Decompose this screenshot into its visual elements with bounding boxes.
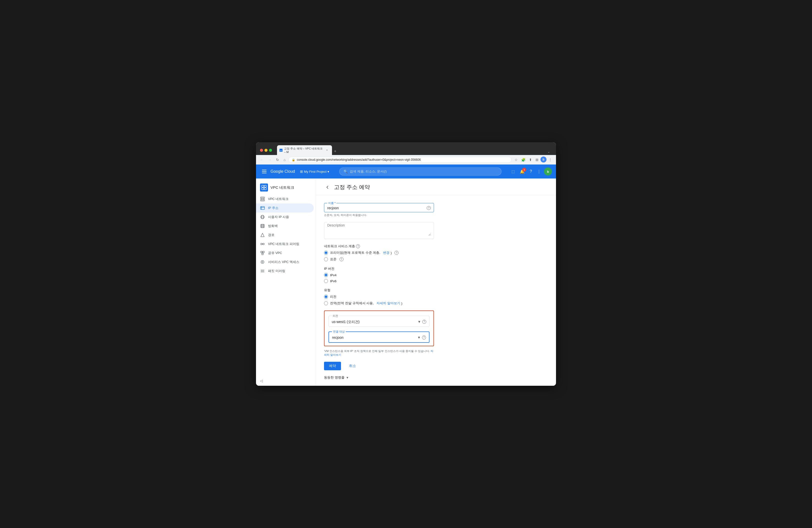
sidebar-item-vpc-network[interactable]: VPC 네트워크 [256,194,314,204]
lock-icon: 🔒 [292,158,295,161]
sidebar-collapse-button[interactable]: ◁ [260,379,263,383]
type-radio-group: 리전 전역(전역 전달 규칙에서 사용, 자세히 알아보기) [324,294,478,306]
notification-button[interactable]: 🔔 1 [518,167,527,176]
sidebar: VPC 네트워크 VPC 네트워크 IP 주소 [256,178,316,386]
minimize-window-button[interactable] [264,149,267,152]
sidebar-item-label-packet: 패킷 미러링 [268,269,285,273]
routes-icon [260,233,265,237]
ipv4-label: IPv4 [330,273,336,277]
ipv4-radio-item[interactable]: IPv4 [324,273,478,277]
regional-radio-item[interactable]: 리전 [324,294,478,299]
ip-version-radio-group: IPv4 IPv6 [324,273,478,283]
premium-radio-item[interactable]: 프리미엄(현재 프로젝트 수준 계층, 변경) ? [324,250,478,255]
close-window-button[interactable] [260,149,263,152]
new-tab-button[interactable]: + [332,147,338,155]
network-tier-help-icon[interactable]: ? [356,244,360,248]
svg-rect-8 [263,198,264,199]
region-help-icon[interactable]: ? [422,320,426,324]
attachment-fieldset: 연결 대상 recjoon ▾ ? [329,330,430,343]
search-bar[interactable]: 🔍 검색 제품, 리소스, 문서(/) [339,167,502,176]
premium-radio-input[interactable] [324,251,328,255]
description-input[interactable] [327,223,431,236]
search-placeholder-text: 검색 제품, 리소스, 문서(/) [350,169,497,174]
global-learn-more-link[interactable]: 자세히 알아보기 [377,301,400,306]
back-button[interactable] [324,184,331,191]
sidebar-item-user-ip[interactable]: 사용자 IP 사용 [256,212,314,221]
forward-button[interactable]: → [266,157,273,163]
name-help-icon[interactable]: ? [427,206,431,210]
equiv-dropdown-arrow[interactable]: ▾ [347,376,348,380]
sidebar-item-label-shared-vpc: 공유 VPC [268,251,282,255]
project-name-label: My First Project [304,170,327,174]
cancel-button[interactable]: 취소 [344,362,361,370]
sidebar-logo [260,184,268,191]
project-selector-button[interactable]: ⊞ My First Project ▾ [298,168,331,175]
attachment-help-icon[interactable]: ? [422,336,426,339]
ipv6-radio-item[interactable]: IPv6 [324,279,478,283]
tab-close-button[interactable]: × [325,148,329,152]
ipv6-label: IPv6 [330,279,336,283]
ipv6-radio-input[interactable] [324,279,328,283]
sidebar-item-service-vpc[interactable]: 서비리스 VPC 액세스 [256,258,314,266]
global-radio-input[interactable] [324,301,328,305]
screen-capture-button[interactable]: ⬆ [527,157,534,163]
google-cloud-logo[interactable]: Google Cloud [271,169,295,174]
standard-radio-item[interactable]: 표준 ? [324,257,478,262]
sidebar-item-label-ip: IP 주소 [268,206,278,210]
help-button[interactable]: ? [528,167,534,176]
home-button[interactable]: ⌂ [282,157,287,163]
extensions-button[interactable]: 🧩 [520,157,527,163]
browser-window: ☁ 고정 주소 예약 – VPC 네트워크 – M × + ⌄ ← → ↻ ⌂ … [256,142,556,386]
name-input[interactable] [327,206,427,210]
global-radio-item[interactable]: 전역(전역 전달 규칙에서 사용, 자세히 알아보기) [324,301,478,306]
reserve-button[interactable]: 예약 [324,362,341,370]
network-tier-group: 네트워크 서비스 계층 ? 프리미엄(현재 프로젝트 수준 계층, 변경) ? [324,244,478,262]
desc-form-group [324,222,478,239]
user-avatar-button[interactable]: b [540,157,547,162]
svg-rect-9 [261,199,262,200]
settings-dots-button[interactable]: ⋮ [535,167,543,176]
sidebar-item-packet-mirroring[interactable]: 패킷 미러링 [256,266,314,276]
premium-change-link[interactable]: 변경 [383,250,390,255]
ipv4-radio-input[interactable] [324,273,328,277]
vpc-network-icon [260,196,265,202]
search-icon: 🔍 [344,170,348,174]
regional-radio-input[interactable] [324,295,328,299]
name-form-group: 이름 * ? 소문자, 숫자, 하이픈이 허용됩니다. [324,201,478,217]
back-button[interactable]: ← [259,157,265,163]
tab-chevron-icon[interactable]: ⌄ [546,148,552,155]
sidebar-item-routes[interactable]: 경로 [256,231,314,239]
standard-radio-input[interactable] [324,257,328,261]
ip-version-label: IP 버전 [324,266,478,271]
toolbar-actions: ☆ 🧩 ⬆ ⊞ b ⋮ [513,157,553,163]
browser-toolbar: ← → ↻ ⌂ 🔒 console.cloud.google.com/netwo… [256,155,556,164]
sidebar-item-label-firewall: 방화벽 [268,224,278,228]
sidebar-item-firewall[interactable]: 방화벽 [256,221,314,231]
refresh-button[interactable]: ↻ [275,157,280,163]
console-icon-button[interactable]: ⬚ [509,167,517,176]
maximize-window-button[interactable] [269,149,272,152]
user-avatar[interactable]: b [544,167,552,176]
sidebar-item-ip-address[interactable]: IP 주소 [256,204,314,212]
bookmark-button[interactable]: ☆ [513,157,519,163]
hamburger-menu-button[interactable] [260,168,269,175]
page-title: 고정 주소 예약 [334,184,370,191]
standard-help-icon[interactable]: ? [339,257,344,261]
firewall-icon [260,223,265,229]
global-label: 전역(전역 전달 규칙에서 사용, 자세히 알아보기) [330,301,402,306]
premium-help-icon[interactable]: ? [394,251,398,255]
active-tab[interactable]: ☁ 고정 주소 예약 – VPC 네트워크 – M × [277,145,332,155]
split-screen-button[interactable]: ⊞ [534,157,540,163]
network-tier-label: 네트워크 서비스 계층 ? [324,244,478,249]
menu-button[interactable]: ⋮ [547,157,553,163]
service-vpc-icon [260,260,265,264]
sidebar-item-label-peering: VPC 네트워크 피어링 [268,242,299,246]
svg-point-23 [263,243,264,245]
tab-favicon: ☁ [279,148,282,152]
sidebar-item-shared-vpc[interactable]: 공유 VPC [256,249,314,258]
address-bar[interactable]: 🔒 console.cloud.google.com/networking/ad… [289,157,511,163]
svg-rect-10 [263,199,264,200]
sidebar-item-vpc-peering[interactable]: VPC 네트워크 피어링 [256,239,314,249]
region-select[interactable]: us-west1 (오리건) us-central1 us-east1 euro… [332,320,418,324]
attachment-select[interactable]: recjoon [332,336,418,339]
